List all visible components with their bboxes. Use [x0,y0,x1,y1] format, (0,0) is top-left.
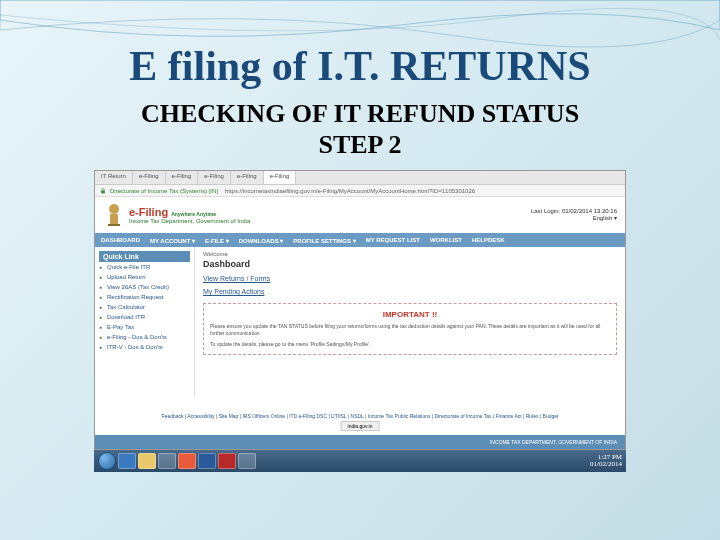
logo-area: e-Filing Anywhere Anytime Income Tax Dep… [103,202,250,228]
nav-helpdesk[interactable]: HELPDESK [472,237,505,243]
browser-tab[interactable]: e-Filing [133,171,166,184]
sidebar-item[interactable]: Tax Calculator [99,302,190,312]
nav-efile[interactable]: E-FILE ▾ [205,237,229,244]
svg-rect-3 [108,224,120,226]
sidebar-item[interactable]: Rectification Request [99,292,190,302]
header-right: Last Login: 01/02/2014 13:20:16 English … [531,208,617,224]
word-icon[interactable] [198,453,216,469]
content-area: Quick Link Quick e-File ITR Upload Retur… [95,247,625,397]
site-footer: INCOME TAX DEPARTMENT, GOVERNMENT OF IND… [95,435,625,449]
address-bar[interactable]: Directorate of Income Tax (Systems) [IN]… [95,185,625,197]
url-text: https://incometaxindiaefiling.gov.in/e-F… [225,188,621,194]
last-login: Last Login: 01/02/2014 13:20:16 [531,208,617,216]
site-header: e-Filing Anywhere Anytime Income Tax Dep… [95,197,625,233]
copyright-text: INCOME TAX DEPARTMENT, GOVERNMENT OF IND… [490,439,617,445]
sidebar-item[interactable]: ITR-V - Dos & Don'ts [99,342,190,352]
main-panel: Welcome Dashboard View Returns / Forms M… [195,247,625,397]
sidebar-item[interactable]: View 26AS (Tax Credit) [99,282,190,292]
start-button[interactable] [98,452,116,470]
lock-icon [99,187,107,195]
nav-dashboard[interactable]: DASHBOARD [101,237,140,243]
pdf-icon[interactable] [218,453,236,469]
sidebar-item[interactable]: Upload Return [99,272,190,282]
welcome-text: Welcome [203,251,617,257]
browser-tab-strip: IT Return e-Filing e-Filing e-Filing e-F… [95,171,625,185]
main-nav: DASHBOARD MY ACCOUNT ▾ E-FILE ▾ DOWNLOAD… [95,233,625,247]
secure-site-label: Directorate of Income Tax (Systems) [IN] [110,188,218,194]
important-body-1: Please ensure you update the TAN STATUS … [210,323,610,337]
chrome-icon[interactable] [178,453,196,469]
clock-date: 01/02/2014 [590,461,622,469]
browser-tab-active[interactable]: e-Filing [264,171,297,184]
taskbar-app-icon[interactable] [238,453,256,469]
nav-my-account[interactable]: MY ACCOUNT ▾ [150,237,195,244]
explorer-icon[interactable] [138,453,156,469]
footer-links[interactable]: Feedback | Accessibility | Site Map | IR… [95,411,625,421]
pending-actions-link[interactable]: My Pending Actions [203,288,617,295]
browser-tab[interactable]: e-Filing [231,171,264,184]
browser-tab[interactable]: e-Filing [198,171,231,184]
svg-rect-0 [101,190,105,193]
department-label: Income Tax Department, Government of Ind… [129,218,250,224]
emblem-icon [103,202,125,228]
windows-taskbar: 1:27 PM 01/02/2014 [94,450,626,472]
system-tray[interactable]: 1:27 PM 01/02/2014 [590,454,622,469]
svg-rect-2 [110,214,118,224]
brand-text: e-Filing Anywhere Anytime [129,206,250,218]
language-selector[interactable]: English ▾ [531,215,617,223]
important-title: IMPORTANT !! [210,310,610,319]
brand-subtext: Anywhere Anytime [171,211,216,217]
nav-my-request-list[interactable]: MY REQUEST LIST [366,237,420,243]
browser-tab[interactable]: IT Return [95,171,133,184]
taskbar-app-icon[interactable] [158,453,176,469]
svg-point-1 [109,204,119,214]
slide-subtitle: CHECKING OF IT REFUND STATUS STEP 2 [0,98,720,160]
important-body-2: To update the details, please go to the … [210,341,610,348]
subtitle-line-1: CHECKING OF IT REFUND STATUS [0,98,720,129]
browser-tab[interactable]: e-Filing [166,171,199,184]
view-returns-link[interactable]: View Returns / Forms [203,275,617,282]
sidebar-item[interactable]: Quick e-File ITR [99,262,190,272]
nav-downloads[interactable]: DOWNLOADS ▾ [239,237,284,244]
dashboard-heading: Dashboard [203,259,617,269]
sidebar-title: Quick Link [99,251,190,262]
ie-icon[interactable] [118,453,136,469]
india-gov-badge[interactable]: india.gov.in [341,421,380,431]
slide-title: E filing of I.T. RETURNS [0,42,720,90]
sidebar-item[interactable]: e-Filing - Dos & Don'ts [99,332,190,342]
browser-screenshot: IT Return e-Filing e-Filing e-Filing e-F… [94,170,626,450]
sidebar-item[interactable]: Download ITR [99,312,190,322]
quick-links-sidebar: Quick Link Quick e-File ITR Upload Retur… [95,247,195,397]
subtitle-line-2: STEP 2 [0,129,720,160]
sidebar-item[interactable]: E-Pay Tax [99,322,190,332]
important-notice: IMPORTANT !! Please ensure you update th… [203,303,617,355]
nav-worklist[interactable]: WORKLIST [430,237,462,243]
nav-profile-settings[interactable]: PROFILE SETTINGS ▾ [293,237,355,244]
